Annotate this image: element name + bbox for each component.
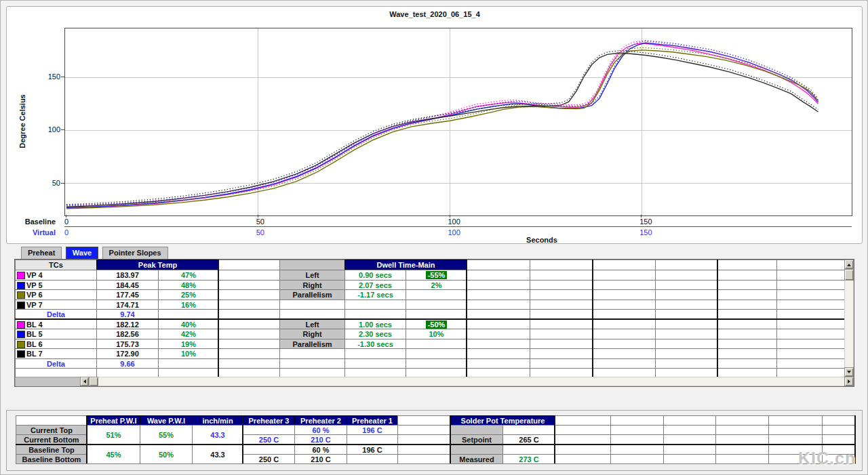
y-tick-mark: [61, 183, 64, 184]
dwell-pct-cell: [406, 300, 467, 310]
empty-cell: [655, 368, 718, 377]
empty-cell: [530, 319, 593, 330]
empty-cell: [768, 425, 823, 435]
h-scrollbar-right-button[interactable]: [844, 377, 854, 386]
tc-color-swatch: [17, 291, 25, 299]
virtual-tick-label: 50: [256, 228, 283, 236]
empty-cell: [663, 454, 716, 464]
empty-cell: [530, 358, 593, 369]
current-top-preheater1: 196 C: [347, 425, 398, 435]
dwell-pct-cell: -50%: [406, 319, 467, 330]
delta-label-cell: Delta: [15, 358, 97, 369]
profile-chart-panel: Wave_test_2020_06_15_4 Degree Celsius 50…: [6, 6, 863, 244]
empty-cell: [347, 454, 398, 464]
empty-cell: [467, 280, 530, 291]
result-tabs: Preheat Wave Pointer Slopes: [21, 247, 169, 259]
dwell-value-cell: 1.00 secs: [344, 319, 406, 330]
dwell-pct-cell: [406, 358, 467, 369]
tc-label-cell: BL 7: [15, 348, 97, 359]
curve-vp-5: [66, 41, 818, 205]
baseline-top-preheater1: 196 C: [347, 445, 398, 455]
dwell-pct-cell: [406, 339, 467, 350]
empty-cell: [655, 358, 718, 369]
empty-cell: [218, 329, 280, 339]
empty-cell: [96, 368, 159, 377]
empty-cell: [467, 289, 530, 300]
tcs-header: TCs: [15, 260, 97, 270]
curve-vp-4: [66, 41, 818, 205]
empty-header-cell: [768, 415, 823, 426]
chart-canvas: [65, 28, 852, 215]
empty-cell: [593, 368, 656, 377]
empty-cell: [467, 358, 530, 369]
empty-header-cell: [530, 260, 593, 270]
empty-cell: [406, 368, 467, 377]
h-scrollbar-thumb[interactable]: [89, 377, 98, 386]
dwell-pct-badge: -50%: [426, 321, 448, 329]
empty-header-cell: [822, 415, 856, 426]
empty-header-cell: [776, 260, 845, 270]
dwell-pct-cell: 2%: [406, 280, 467, 291]
empty-cell: [397, 454, 451, 464]
empty-cell: [776, 280, 845, 291]
empty-cell: [715, 454, 769, 464]
tab-wave[interactable]: Wave: [66, 247, 98, 259]
empty-cell: [717, 319, 777, 330]
tab-pointer-slopes[interactable]: Pointer Slopes: [102, 247, 168, 259]
empty-cell: [655, 289, 718, 300]
baseline-tick-label: 150: [639, 218, 667, 226]
process-settings-table: Preheat P.W.IWave P.W.Iinch/minPreheater…: [16, 415, 856, 465]
dwell-value-cell: [344, 300, 406, 310]
tc-color-swatch: [17, 350, 25, 358]
empty-cell: [776, 339, 845, 350]
empty-cell: [655, 348, 718, 359]
empty-cell: [467, 329, 530, 339]
empty-cell: [502, 445, 555, 455]
h-scrollbar-left-button[interactable]: [80, 377, 89, 386]
empty-cell: [467, 348, 530, 359]
empty-cell: [218, 358, 280, 369]
dwell-value-cell: [344, 358, 406, 369]
tab-preheat[interactable]: Preheat: [21, 247, 62, 259]
peak-pct-cell: 42%: [158, 329, 219, 339]
x-axis-title: Seconds: [474, 236, 610, 244]
empty-cell: [610, 425, 664, 435]
empty-cell: [776, 358, 845, 369]
virtual-tick-label: 100: [448, 228, 475, 236]
dwell-value-cell: -1.30 secs: [344, 339, 406, 350]
empty-cell: [530, 329, 593, 339]
empty-cell: [530, 368, 593, 377]
dwell-pct-badge: -55%: [426, 271, 448, 279]
scroll-up-icon: [847, 262, 851, 266]
v-scrollbar-up-button[interactable]: [844, 260, 854, 269]
current-baseline-separator: [16, 444, 855, 445]
baseline-bottom-preheater3: 250 C: [243, 454, 295, 464]
h-scrollbar-track[interactable]: [15, 377, 854, 386]
y-tick-mark: [61, 77, 64, 77]
empty-cell: [243, 445, 295, 455]
dwell-value-cell: [344, 348, 406, 359]
baseline-top-preheater2: 60 %: [294, 445, 347, 455]
column-header-wave-p-w-i: Wave P.W.I: [140, 415, 193, 426]
empty-cell: [502, 425, 555, 435]
tc-label-cell: BL 5: [15, 329, 97, 339]
empty-cell: [218, 300, 280, 310]
column-header-preheater-1: Preheater 1: [347, 415, 398, 426]
empty-cell: [279, 358, 345, 369]
empty-cell: [218, 339, 280, 350]
empty-header-cell: [593, 260, 656, 270]
tc-label-cell: BL 6: [15, 339, 97, 350]
tc-label-cell: VP 5: [15, 280, 97, 291]
empty-cell: [655, 319, 718, 330]
column-group-separator: [450, 415, 451, 463]
empty-cell: [655, 300, 718, 310]
y-tick-label: 50: [33, 179, 60, 187]
current-top-preheater2: 60 %: [294, 425, 347, 435]
dwell-pct-cell: [406, 289, 467, 300]
v-scrollbar-thumb[interactable]: [844, 269, 854, 281]
empty-cell: [15, 368, 97, 377]
current-preheat-pwi: 51%: [87, 425, 140, 445]
empty-cell: [663, 445, 716, 455]
empty-cell: [593, 348, 656, 359]
v-scrollbar-down-button[interactable]: [844, 367, 854, 377]
